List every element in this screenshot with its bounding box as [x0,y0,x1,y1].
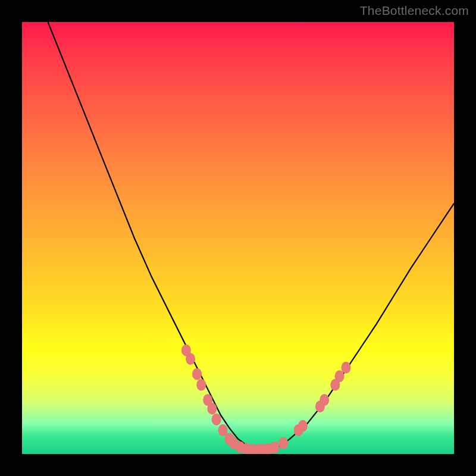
dot [298,420,308,432]
dot [186,353,195,365]
dot [320,394,329,406]
dot [335,370,345,382]
dot [342,362,351,374]
watermark-text: TheBottleneck.com [360,4,469,18]
highlight-dots [22,22,454,454]
dot [278,437,288,449]
dot [212,414,221,425]
dot [207,403,217,415]
dot [192,368,202,380]
plot-area [22,22,454,454]
dot [270,441,280,453]
dot [218,424,228,436]
chart-frame: TheBottleneck.com [0,0,476,476]
dot [196,379,206,391]
